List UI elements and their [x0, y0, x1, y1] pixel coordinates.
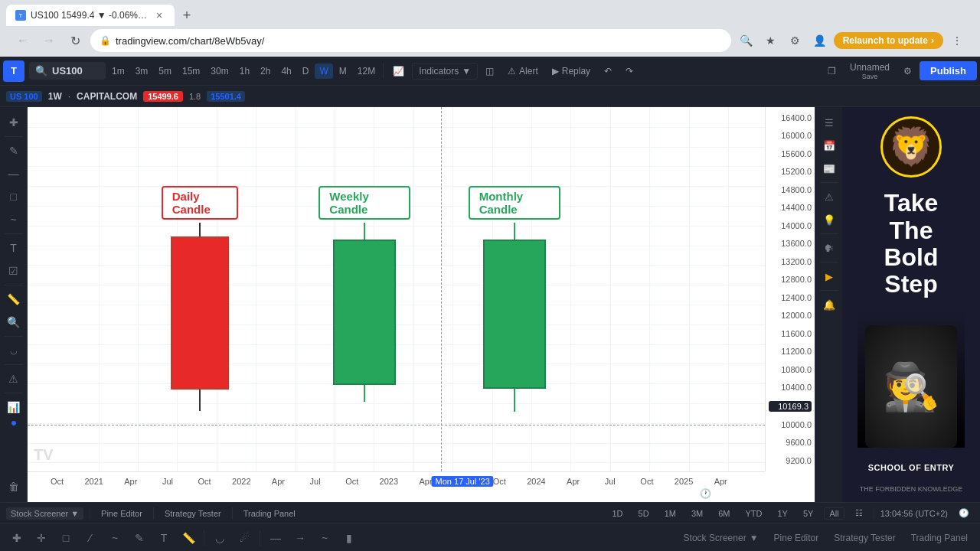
timeframe-2h[interactable]: 2h	[256, 64, 275, 79]
time-apr-5: Apr	[714, 477, 727, 486]
tf-6M[interactable]: 6M	[714, 507, 734, 520]
back-button[interactable]: ←	[12, 30, 34, 51]
dt-cursor-tool[interactable]: ✚	[6, 527, 28, 549]
fib-tool[interactable]: ~	[3, 209, 24, 230]
timeframe-12M[interactable]: 12M	[353, 64, 380, 79]
rs-community-icon[interactable]: 🗣	[818, 237, 840, 259]
timeframe-M[interactable]: M	[335, 64, 351, 79]
chart-area[interactable]: Daily Candle Weekly Candle	[28, 107, 815, 502]
timeframe-4h[interactable]: 4h	[276, 64, 296, 79]
timeframe-3m[interactable]: 3m	[131, 64, 153, 79]
forward-button[interactable]: →	[38, 30, 60, 51]
dt-fib-tool[interactable]: ~	[104, 527, 126, 549]
measure-tool[interactable]: 📏	[3, 289, 24, 310]
rs-idea-icon[interactable]: 💡	[818, 209, 840, 230]
price-tag-2: 15501.4	[207, 91, 245, 102]
tab-close-icon[interactable]: ×	[153, 9, 165, 21]
pine-editor-label-right[interactable]: Pine Editor	[768, 530, 825, 546]
grid-v-14	[610, 107, 611, 471]
rs-news-icon[interactable]: 📰	[818, 158, 840, 179]
rs-alert-icon[interactable]: ⚠	[818, 186, 840, 207]
extension-icon[interactable]: ⚙	[785, 30, 806, 51]
symbol-badge: US 100	[6, 91, 42, 102]
dt-wave-tool[interactable]: ~	[314, 527, 335, 549]
timeframe-5m[interactable]: 5m	[154, 64, 176, 79]
timeframe-W[interactable]: W	[315, 64, 332, 79]
stock-screener-label-right[interactable]: Stock Screener ▼	[678, 530, 765, 546]
dt-crosshair-tool[interactable]: ✛	[31, 527, 52, 549]
price-note-tool[interactable]: ☑	[3, 260, 24, 282]
tf-All[interactable]: All	[824, 507, 844, 520]
indicators-button[interactable]: Indicators ▼	[412, 63, 478, 80]
timeframe-15m[interactable]: 15m	[178, 64, 204, 79]
dt-brush-tool[interactable]: ✎	[129, 527, 150, 549]
reload-button[interactable]: ↻	[64, 30, 86, 51]
unnamed-button[interactable]: Unnamed Save	[844, 60, 896, 83]
tf-1Y[interactable]: 1Y	[773, 507, 792, 520]
publish-button[interactable]: Publish	[920, 61, 977, 80]
dt-line-tool[interactable]: ∕	[80, 527, 101, 549]
ad-logo: 🦁	[880, 116, 942, 178]
timeframe-D[interactable]: D	[298, 64, 314, 79]
text-tool[interactable]: T	[3, 237, 24, 259]
dt-rectangle-tool[interactable]: □	[55, 527, 77, 549]
tf-YTD[interactable]: YTD	[740, 507, 766, 520]
dt-text-tool[interactable]: T	[153, 527, 175, 549]
address-bar[interactable]: 🔒 tradingview.com/chart/8eWb5vay/	[90, 29, 731, 52]
bookmark-icon[interactable]: ★	[760, 30, 782, 51]
chart-type-button[interactable]: 📈	[387, 63, 410, 80]
stock-screener-tab[interactable]: Stock Screener ▼	[6, 507, 83, 520]
unnamed-label: Unnamed	[850, 62, 890, 73]
tf-5Y[interactable]: 5Y	[799, 507, 818, 520]
timeframe-30m[interactable]: 30m	[206, 64, 233, 79]
dt-measure-tool[interactable]: 📏	[178, 527, 199, 549]
trading-panel-tab[interactable]: Trading Panel	[239, 507, 300, 520]
settings-button[interactable]: ⚙	[897, 63, 918, 80]
pencil-tool[interactable]: ✎	[3, 140, 24, 161]
alert-tool[interactable]: ⚠	[3, 368, 24, 390]
pine-editor-tab[interactable]: Pine Editor	[96, 507, 147, 520]
shapes-tool[interactable]: □	[3, 186, 24, 207]
clock-icon: 🕐	[700, 488, 711, 499]
rs-play-icon[interactable]: ▶	[818, 266, 840, 287]
rs-watchlist-icon[interactable]: ☰	[818, 112, 840, 133]
rs-bell-icon[interactable]: 🔔	[818, 294, 840, 315]
search-extension-icon[interactable]: 🔍	[736, 30, 757, 51]
undo-button[interactable]: ↶	[598, 63, 618, 80]
dt-candle-pattern-tool[interactable]: ▮	[338, 527, 360, 549]
tf-1M[interactable]: 1M	[660, 507, 681, 520]
zoom-tool[interactable]: 🔍	[3, 311, 24, 333]
dt-h-line-tool[interactable]: —	[265, 527, 286, 549]
alert-button[interactable]: ⚠ Alert	[501, 64, 544, 79]
fullscreen-button[interactable]: ❐	[822, 63, 842, 80]
timeframe-1h[interactable]: 1h	[235, 64, 254, 79]
rs-calendar-icon[interactable]: 📅	[818, 135, 840, 156]
timeframe-1m[interactable]: 1m	[107, 64, 129, 79]
hline-tool[interactable]: —	[3, 163, 24, 184]
strategy-tester-tab[interactable]: Strategy Tester	[160, 507, 226, 520]
active-tab[interactable]: T US100 15499.4 ▼ -0.06% Un... ×	[6, 5, 175, 26]
profile-icon[interactable]: 👤	[809, 30, 831, 51]
symbol-search[interactable]: 🔍 US100	[29, 62, 106, 80]
relaunch-button[interactable]: Relaunch to update ›	[834, 32, 943, 49]
trend-tool[interactable]: 📊	[3, 396, 24, 418]
clock-setting-icon[interactable]: 🕐	[954, 507, 974, 520]
dt-arrow-tool[interactable]: →	[289, 527, 311, 549]
redo-button[interactable]: ↷	[619, 63, 639, 80]
tf-3M[interactable]: 3M	[687, 507, 707, 520]
grid-icon[interactable]: ☷	[851, 507, 867, 520]
tf-5D[interactable]: 5D	[634, 507, 654, 520]
new-tab-button[interactable]: +	[176, 5, 198, 26]
dt-magnet-tool[interactable]: ◡	[209, 527, 230, 549]
trash-tool[interactable]: 🗑	[3, 476, 24, 497]
trading-panel-label-right[interactable]: Trading Panel	[905, 530, 974, 546]
layout-button[interactable]: ◫	[479, 63, 500, 80]
strategy-tester-label-right[interactable]: Strategy Tester	[828, 530, 901, 546]
price-16400: 16400.0	[769, 113, 812, 122]
cursor-tool[interactable]: ✚	[3, 112, 24, 133]
tf-1D[interactable]: 1D	[608, 507, 628, 520]
dt-pattern-tool[interactable]: ☄	[234, 527, 255, 549]
replay-button[interactable]: ▶ Replay	[546, 64, 596, 79]
menu-button[interactable]: ⋮	[946, 30, 968, 51]
magnet-tool[interactable]: ◡	[3, 340, 24, 361]
